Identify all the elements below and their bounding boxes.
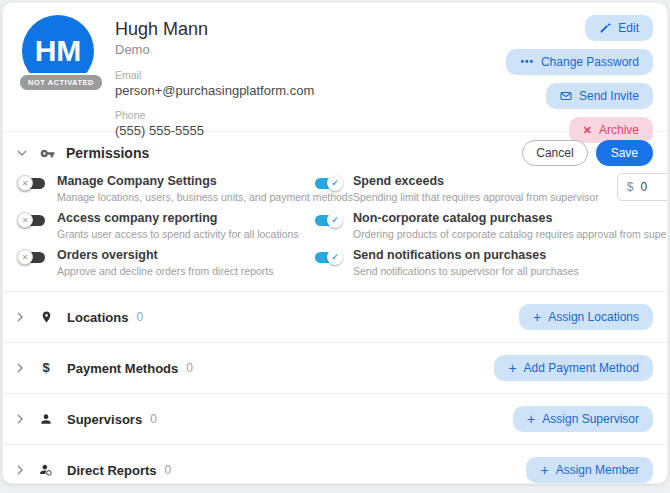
assign-member-button[interactable]: + Assign Member [526, 457, 653, 483]
toggle-spend-exceeds[interactable] [313, 175, 343, 191]
section-label: Payment Methods [67, 361, 178, 376]
permissions-left-column: Manage Company Settings Manage locations… [17, 174, 313, 277]
chevron-right-icon[interactable] [17, 312, 23, 322]
send-invite-label: Send Invite [579, 89, 639, 103]
email-label: Email [115, 69, 506, 81]
phone-value: (555) 555-5555 [115, 123, 506, 138]
permission-row-access-company-reporting: Access company reporting Grants user acc… [17, 211, 313, 240]
profile-header: HM NOT ACTIVATED Hugh Mann Demo Email pe… [3, 3, 667, 132]
person-circle-icon [38, 463, 54, 477]
permissions-right-column: Spend exceeds Spending limit that requir… [313, 174, 668, 277]
avatar-initials: HM [35, 34, 82, 68]
dollar-glyph: $ [42, 361, 49, 375]
section-label: Direct Reports [67, 463, 157, 478]
edit-button[interactable]: Edit [585, 15, 653, 41]
section-count: 0 [136, 310, 143, 324]
toggle-non-corporate-catalog[interactable] [313, 212, 343, 228]
archive-label: Archive [599, 123, 639, 137]
location-pin-icon [38, 310, 54, 324]
email-value: person+@purchasingplatform.com [115, 83, 506, 98]
permission-label: Orders oversight [57, 248, 274, 262]
assign-supervisor-label: Assign Supervisor [542, 412, 639, 426]
assign-supervisor-button[interactable]: + Assign Supervisor [513, 406, 653, 432]
profile-actions: Edit ••• Change Password Send Invite ✕ A… [506, 13, 653, 131]
section-direct-reports: Direct Reports 0 + Assign Member [3, 444, 667, 484]
archive-x-icon: ✕ [583, 124, 592, 136]
person-icon [38, 412, 54, 426]
permission-label: Access company reporting [57, 211, 299, 225]
user-role: Demo [115, 42, 506, 58]
spend-limit-input[interactable] [640, 180, 668, 194]
permission-row-non-corporate-catalog: Non-corporate catalog purchases Ordering… [313, 211, 668, 240]
plus-icon: + [533, 311, 541, 323]
permission-text: Access company reporting Grants user acc… [57, 211, 299, 240]
assign-member-label: Assign Member [556, 463, 639, 477]
permission-row-spend-exceeds: Spend exceeds Spending limit that requir… [313, 174, 668, 203]
key-icon [40, 146, 55, 161]
plus-icon: + [540, 464, 548, 476]
dollar-icon: $ [38, 361, 54, 375]
plus-icon: + [508, 362, 516, 374]
status-badge: NOT ACTIVATED [18, 73, 104, 92]
section-count: 0 [186, 361, 193, 375]
permission-text: Orders oversight Approve and decline ord… [57, 248, 274, 277]
change-password-label: Change Password [541, 55, 639, 69]
assign-locations-button[interactable]: + Assign Locations [519, 304, 653, 330]
permission-description: Grants user access to spend activity for… [57, 228, 299, 240]
add-payment-method-label: Add Payment Method [524, 361, 639, 375]
avatar-wrap: HM NOT ACTIVATED [17, 13, 103, 131]
cancel-button[interactable]: Cancel [522, 140, 587, 166]
permission-label: Send notifications on purchases [353, 248, 579, 262]
spend-limit-field: $ [617, 173, 668, 201]
permission-row-orders-oversight: Orders oversight Approve and decline ord… [17, 248, 313, 277]
pencil-icon [599, 22, 611, 34]
chevron-down-icon[interactable] [17, 150, 27, 156]
phone-label: Phone [115, 109, 506, 121]
section-count: 0 [165, 463, 172, 477]
section-label: Supervisors [67, 412, 142, 427]
permission-description: Manage locations, users, business units,… [57, 191, 353, 203]
user-profile-card: HM NOT ACTIVATED Hugh Mann Demo Email pe… [2, 2, 668, 484]
chevron-right-icon[interactable] [17, 414, 23, 424]
permission-text: Send notifications on purchases Send not… [353, 248, 579, 277]
permission-text: Manage Company Settings Manage locations… [57, 174, 353, 203]
permission-row-send-notifications: Send notifications on purchases Send not… [313, 248, 668, 277]
section-locations: Locations 0 + Assign Locations [3, 291, 667, 342]
permission-label: Manage Company Settings [57, 174, 353, 188]
permission-description: Approve and decline orders from direct r… [57, 265, 274, 277]
permission-label: Spend exceeds [353, 174, 599, 188]
envelope-icon [560, 90, 572, 102]
add-payment-method-button[interactable]: + Add Payment Method [494, 355, 653, 381]
send-invite-button[interactable]: Send Invite [546, 83, 653, 109]
chevron-right-icon[interactable] [17, 465, 23, 475]
permission-row-manage-company-settings: Manage Company Settings Manage locations… [17, 174, 313, 203]
permission-label: Non-corporate catalog purchases [353, 211, 668, 225]
change-password-button[interactable]: ••• Change Password [506, 49, 653, 75]
permission-description: Spending limit that requires approval fr… [353, 191, 599, 203]
edit-button-label: Edit [618, 21, 639, 35]
toggle-send-notifications[interactable] [313, 249, 343, 265]
profile-info: Hugh Mann Demo Email person+@purchasingp… [115, 13, 506, 131]
permission-description: Ordering products of corporate catalog r… [353, 228, 668, 240]
toggle-manage-company-settings[interactable] [17, 175, 47, 191]
plus-icon: + [527, 413, 535, 425]
password-dots-icon: ••• [520, 56, 534, 68]
save-button[interactable]: Save [596, 140, 653, 166]
section-supervisors: Supervisors 0 + Assign Supervisor [3, 393, 667, 444]
toggle-access-company-reporting[interactable] [17, 212, 47, 228]
section-count: 0 [150, 412, 157, 426]
section-payment-methods: $ Payment Methods 0 + Add Payment Method [3, 342, 667, 393]
currency-prefix: $ [627, 180, 634, 194]
permissions-title: Permissions [66, 145, 149, 161]
user-name: Hugh Mann [115, 18, 506, 40]
permissions-actions: Cancel Save [522, 140, 653, 166]
chevron-right-icon[interactable] [17, 363, 23, 373]
permission-text: Spend exceeds Spending limit that requir… [353, 174, 599, 203]
permissions-grid: Manage Company Settings Manage locations… [3, 169, 667, 291]
permission-description: Send notifications to supervisor for all… [353, 265, 579, 277]
toggle-orders-oversight[interactable] [17, 249, 47, 265]
assign-locations-label: Assign Locations [548, 310, 639, 324]
permission-text: Non-corporate catalog purchases Ordering… [353, 211, 668, 240]
section-label: Locations [67, 310, 128, 325]
